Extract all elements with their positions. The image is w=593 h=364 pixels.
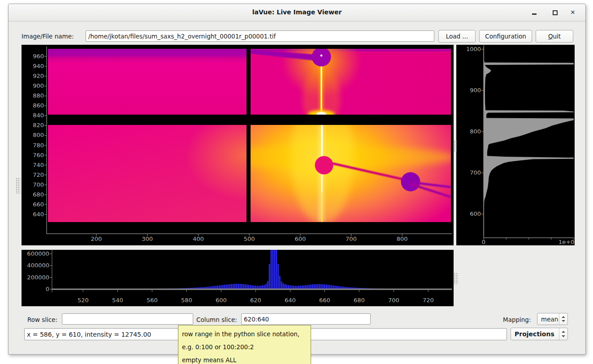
tick-label: 640 — [274, 297, 306, 304]
app-window: laVue: Live Image Viewer ✕ Image/File na… — [8, 4, 586, 355]
tick-label: 940 — [22, 63, 44, 69]
row-slice-tooltip: row range in the python slice notation, … — [178, 325, 311, 364]
tick-label: 800 — [386, 236, 418, 242]
tick-label: 900 — [456, 87, 481, 94]
tick-label: 200000 — [22, 274, 49, 281]
tick-label: 600 — [285, 236, 316, 242]
splitter-handle-bottom[interactable] — [454, 273, 458, 284]
tick-label: 700 — [456, 169, 481, 176]
tick-label: 740 — [22, 162, 44, 168]
main-plot-axes — [22, 45, 454, 245]
tick-label: 560 — [136, 297, 168, 304]
tick-label: 600000 — [22, 250, 49, 257]
tick-label: 960 — [22, 53, 44, 60]
tick-label: 540 — [102, 297, 133, 304]
tick-label: 520 — [67, 297, 99, 304]
tick-label: 600 — [205, 297, 237, 304]
window-title: laVue: Live Image Viewer — [9, 9, 585, 16]
tick-label: 720 — [22, 171, 44, 178]
file-name-label: Image/File name: — [22, 33, 74, 40]
screenshot-root: { "window": { "title": "laVue: Live Imag… — [0, 0, 593, 364]
tick-label: 860 — [22, 102, 44, 109]
tick-label: 300 — [132, 236, 163, 242]
tick-label: 620 — [240, 297, 271, 304]
combo-arrows-icon — [559, 313, 567, 325]
row-slice-input[interactable] — [62, 313, 193, 325]
column-slice-input[interactable] — [241, 313, 371, 325]
tick-label: 400000 — [22, 262, 49, 269]
tick-label: 680 — [22, 191, 44, 198]
tick-label: 500 — [234, 236, 265, 242]
tick-label: 840 — [22, 112, 44, 119]
close-icon: ✕ — [567, 8, 579, 17]
intensity-histogram-plot[interactable]: 100090080070060001e+07 — [456, 45, 575, 245]
tick-label: 1e+07 — [558, 239, 575, 245]
tooltip-line: row range in the python slice notation, — [182, 328, 307, 341]
minimize-icon — [532, 13, 537, 15]
projections-label: Projections — [515, 328, 554, 340]
mapping-value: mean — [541, 313, 558, 325]
tick-label: 760 — [22, 152, 44, 158]
tick-label: 660 — [309, 297, 340, 304]
maximize-icon — [553, 10, 558, 15]
maximize-button[interactable] — [549, 8, 561, 17]
tick-label: 880 — [22, 92, 44, 99]
tick-label: 820 — [22, 122, 44, 128]
tick-label: 0 — [468, 239, 499, 245]
main-image-plot[interactable]: 9609409209008808608408208007807607407207… — [22, 45, 454, 245]
combo-arrows-icon — [559, 328, 567, 340]
tick-label: 600 — [456, 210, 481, 217]
file-name-input[interactable] — [86, 30, 434, 42]
quit-label-rest: uit — [553, 33, 561, 40]
tooltip-line: empty means ALL — [182, 354, 307, 364]
load-button[interactable]: Load ... — [438, 30, 476, 43]
tick-label: 0 — [22, 286, 49, 292]
tick-label: 1000 — [456, 46, 481, 52]
mapping-label: Mapping: — [503, 316, 531, 323]
close-button[interactable]: ✕ — [567, 8, 579, 17]
configuration-button[interactable]: Configuration — [479, 30, 532, 43]
tick-label: 660 — [22, 201, 44, 208]
tick-label: 700 — [336, 236, 367, 242]
row-slice-label: Row slice: — [27, 316, 57, 323]
tick-label: 780 — [22, 142, 44, 149]
projections-combobox[interactable]: Projections — [511, 328, 568, 340]
tick-label: 800 — [456, 128, 481, 135]
tick-label: 580 — [171, 297, 202, 304]
quit-label-mnemonic: Q — [548, 33, 553, 40]
column-slice-label: Column slice: — [196, 316, 237, 323]
tick-label: 900 — [22, 82, 44, 89]
splitter-handle-main-histogram[interactable] — [454, 140, 457, 152]
quit-button[interactable]: Quit — [536, 30, 573, 43]
tick-label: 700 — [22, 181, 44, 188]
tick-label: 720 — [412, 297, 444, 304]
tick-label: 400 — [182, 236, 214, 242]
column-projection-plot[interactable]: 0200000400000600000520540560580600620640… — [22, 250, 454, 306]
tick-label: 200 — [81, 236, 112, 242]
tooltip-line: e.g. 0:100 or 100:200:2 — [182, 341, 307, 354]
tick-label: 920 — [22, 73, 44, 79]
tick-label: 640 — [22, 211, 44, 218]
titlebar: laVue: Live Image Viewer ✕ — [9, 4, 585, 21]
splitter-handle-left[interactable] — [16, 178, 20, 194]
tick-label: 700 — [378, 297, 409, 304]
minimize-button[interactable] — [528, 8, 540, 17]
tick-label: 800 — [22, 132, 44, 138]
tick-label: 680 — [343, 297, 375, 304]
mapping-combobox[interactable]: mean — [537, 313, 568, 325]
